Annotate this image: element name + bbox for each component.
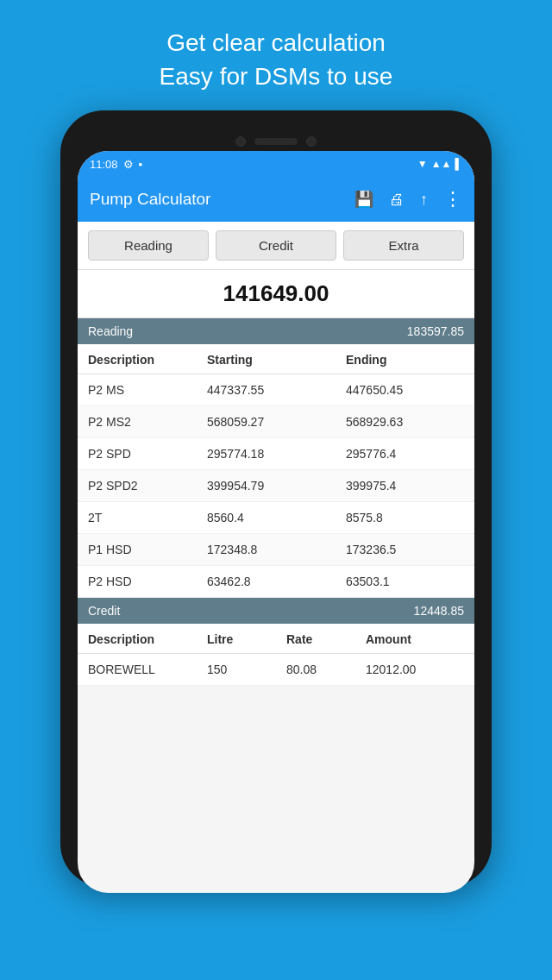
reading-row: P2 MS 447337.55 447650.45 [78,374,474,406]
col-header-ending: Ending [336,344,474,374]
reading-desc: P2 SPD [78,438,197,470]
reading-start: 8560.4 [197,502,336,534]
reading-start: 172348.8 [197,534,336,566]
reading-row: P2 HSD 63462.8 63503.1 [78,566,474,598]
battery-full-icon: ▌ [455,158,462,170]
wifi-icon: ▼ [417,158,428,170]
tab-extra[interactable]: Extra [343,230,464,261]
reading-desc: P2 MS2 [78,406,197,438]
reading-row: P2 SPD2 399954.79 399975.4 [78,470,474,502]
phone-device: 11:08 ⚙ ▪ ▼ ▲▲ ▌ Pump Calculator 💾 🖨 ↑ ⋮… [60,110,492,887]
reading-end: 447650.45 [336,374,474,406]
reading-start: 63462.8 [197,566,336,598]
credit-row: BOREWELL 150 80.08 12012.00 [78,654,474,686]
col-header-description: Description [78,344,197,374]
reading-start: 568059.27 [197,406,336,438]
app-title: Pump Calculator [90,190,354,209]
hero-line2: Easy for DSMs to use [160,60,393,93]
print-button[interactable]: 🖨 [389,191,405,209]
reading-desc: P2 SPD2 [78,470,197,502]
reading-start: 399954.79 [197,470,336,502]
reading-row: P2 SPD 295774.18 295776.4 [78,438,474,470]
reading-section-header: Reading 183597.85 [78,318,474,344]
earpiece-speaker [254,138,298,145]
status-bar: 11:08 ⚙ ▪ ▼ ▲▲ ▌ [78,151,474,177]
credit-rate: 80.08 [276,654,355,686]
tab-credit[interactable]: Credit [216,230,336,261]
front-camera [235,136,246,147]
share-button[interactable]: ↑ [420,191,428,209]
total-value: 141649.00 [223,280,329,306]
reading-desc: P2 MS [78,374,197,406]
credit-col-amount: Amount [355,624,474,654]
more-button[interactable]: ⋮ [443,188,462,210]
app-bar-icons: 💾 🖨 ↑ ⋮ [354,188,462,210]
reading-end: 295776.4 [336,438,474,470]
status-right: ▼ ▲▲ ▌ [417,158,462,170]
reading-end: 399975.4 [336,470,474,502]
battery-icon: ▪ [139,158,143,171]
credit-litre: 150 [197,654,276,686]
tab-reading[interactable]: Reading [88,230,209,261]
reading-desc: P2 HSD [78,566,197,598]
reading-start: 295774.18 [197,438,336,470]
time-display: 11:08 [90,158,118,171]
credit-label: Credit [88,604,120,618]
credit-amount: 12012.00 [355,654,474,686]
app-bar: Pump Calculator 💾 🖨 ↑ ⋮ [78,177,474,222]
tab-row: Reading Credit Extra [78,222,474,270]
reading-desc: P1 HSD [78,534,197,566]
credit-col-litre: Litre [197,624,276,654]
signal-icon: ▲▲ [431,158,452,170]
reading-end: 568929.63 [336,406,474,438]
reading-value: 183597.85 [407,324,464,338]
col-header-starting: Starting [197,344,336,374]
total-display: 141649.00 [78,270,474,318]
credit-section-header: Credit 12448.85 [78,598,474,624]
reading-row: P1 HSD 172348.8 173236.5 [78,534,474,566]
hero-line1: Get clear calculation [160,26,393,60]
phone-notch [78,128,474,151]
front-sensor [306,136,317,147]
content-area: Reading 183597.85 Description Starting E… [78,318,474,893]
reading-end: 8575.8 [336,502,474,534]
status-left: 11:08 ⚙ ▪ [90,158,142,171]
reading-label: Reading [88,324,133,338]
reading-end: 173236.5 [336,534,474,566]
reading-row: 2T 8560.4 8575.8 [78,502,474,534]
save-button[interactable]: 💾 [354,190,373,209]
reading-start: 447337.55 [197,374,336,406]
credit-table: Description Litre Rate Amount BOREWELL 1… [78,624,474,686]
reading-desc: 2T [78,502,197,534]
reading-table: Description Starting Ending P2 MS 447337… [78,344,474,598]
settings-icon: ⚙ [123,158,134,171]
phone-screen: 11:08 ⚙ ▪ ▼ ▲▲ ▌ Pump Calculator 💾 🖨 ↑ ⋮… [78,151,474,893]
hero-text: Get clear calculation Easy for DSMs to u… [142,0,411,110]
reading-row: P2 MS2 568059.27 568929.63 [78,406,474,438]
credit-col-rate: Rate [276,624,355,654]
credit-col-description: Description [78,624,197,654]
credit-value: 12448.85 [414,604,464,618]
reading-end: 63503.1 [336,566,474,598]
credit-desc: BOREWELL [78,654,197,686]
